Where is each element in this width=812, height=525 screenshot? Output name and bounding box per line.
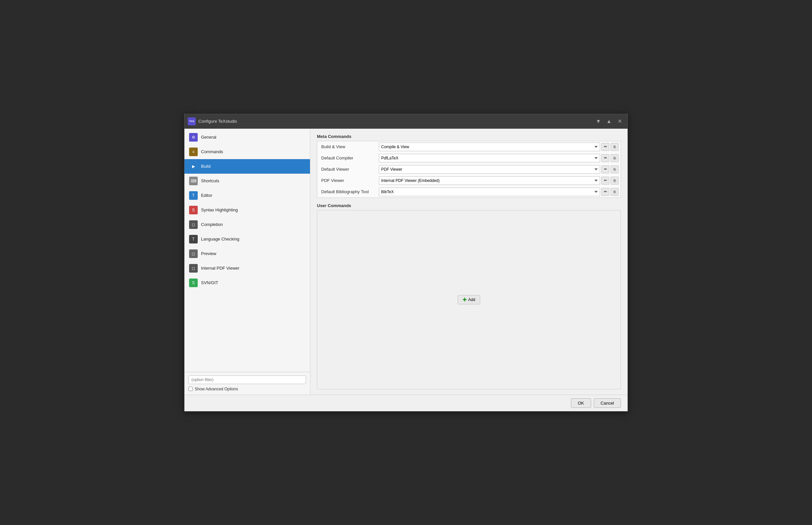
sidebar-icon-completion: ◻ xyxy=(189,220,198,229)
sidebar: ⚙ General ≡ Commands ▶ Build ⌨ Shortcuts… xyxy=(185,129,310,395)
sidebar-icon-preview: ◻ xyxy=(189,250,198,258)
field-control-default-viewer: PDF ViewerExternal Viewer✏⎘ xyxy=(377,164,621,175)
edit-btn-build-view[interactable]: ✏ xyxy=(601,143,609,151)
sidebar-item-language[interactable]: T Language Checking xyxy=(185,232,310,246)
titlebar: TXS Configure TeXstudio ▼ ▲ ✕ xyxy=(185,114,627,129)
show-advanced-checkbox[interactable] xyxy=(188,387,193,391)
dropdown-default-viewer[interactable]: PDF ViewerExternal Viewer xyxy=(379,165,600,174)
sidebar-icon-general: ⚙ xyxy=(189,133,198,141)
field-label-build-view: Build & View xyxy=(317,141,377,152)
sidebar-label-completion: Completion xyxy=(201,222,223,227)
sidebar-label-pdfviewer: Internal PDF Viewer xyxy=(201,266,240,271)
sidebar-item-syntax[interactable]: S Syntax Highlighting xyxy=(185,203,310,217)
show-advanced-label: Show Advanced Options xyxy=(188,387,306,391)
titlebar-controls: ▼ ▲ ✕ xyxy=(594,117,624,126)
field-control-build-view: Compile & ViewCompileView✏⎘ xyxy=(377,141,621,152)
minimize-button[interactable]: ▼ xyxy=(594,117,603,126)
dialog-title: Configure TeXstudio xyxy=(198,119,237,124)
field-label-default-compiler: Default Compiler xyxy=(317,152,377,164)
sidebar-label-preview: Preview xyxy=(201,251,216,256)
edit-btn-bibliography-tool[interactable]: ✏ xyxy=(601,188,609,196)
user-commands-title: User Commands xyxy=(317,203,621,208)
copy-btn-bibliography-tool[interactable]: ⎘ xyxy=(611,188,619,196)
sidebar-icon-pdfviewer: ◻ xyxy=(189,264,198,273)
sidebar-footer: Show Advanced Options xyxy=(185,372,310,395)
user-commands-box: ✚ Add xyxy=(317,210,621,389)
field-label-pdf-viewer: PDF Viewer xyxy=(317,175,377,186)
sidebar-label-shortcuts: Shortcuts xyxy=(201,178,219,183)
copy-btn-build-view[interactable]: ⎘ xyxy=(611,143,619,151)
sidebar-icon-editor: T xyxy=(189,191,198,200)
sidebar-label-svngit: SVN/GIT xyxy=(201,280,218,285)
configure-dialog: TXS Configure TeXstudio ▼ ▲ ✕ ⚙ General … xyxy=(184,114,628,411)
sidebar-icon-build: ▶ xyxy=(189,162,198,171)
user-commands-section: User Commands ✚ Add xyxy=(317,203,621,389)
copy-btn-default-compiler[interactable]: ⎘ xyxy=(611,154,619,162)
copy-btn-default-viewer[interactable]: ⎘ xyxy=(611,165,619,173)
close-button[interactable]: ✕ xyxy=(615,117,624,126)
sidebar-item-editor[interactable]: T Editor xyxy=(185,188,310,203)
sidebar-label-build: Build xyxy=(201,164,211,169)
edit-btn-default-viewer[interactable]: ✏ xyxy=(601,165,609,173)
field-label-default-viewer: Default Viewer xyxy=(317,164,377,175)
sidebar-item-build[interactable]: ▶ Build xyxy=(185,159,310,174)
sidebar-item-general[interactable]: ⚙ General xyxy=(185,130,310,145)
dialog-footer: OK Cancel xyxy=(185,395,627,411)
copy-btn-pdf-viewer[interactable]: ⎘ xyxy=(611,177,619,184)
dropdown-build-view[interactable]: Compile & ViewCompileView xyxy=(379,142,600,151)
sidebar-label-editor: Editor xyxy=(201,193,212,198)
titlebar-left: TXS Configure TeXstudio xyxy=(188,117,237,125)
app-icon: TXS xyxy=(188,117,196,125)
option-filter-input[interactable] xyxy=(188,375,306,384)
meta-commands-grid: Build & ViewCompile & ViewCompileView✏⎘D… xyxy=(317,141,621,197)
dropdown-pdf-viewer[interactable]: Internal PDF Viewer (Embedded)External P… xyxy=(379,176,600,185)
sidebar-list: ⚙ General ≡ Commands ▶ Build ⌨ Shortcuts… xyxy=(185,129,310,372)
meta-commands-box: Build & ViewCompile & ViewCompileView✏⎘D… xyxy=(317,141,621,198)
sidebar-icon-shortcuts: ⌨ xyxy=(189,177,198,185)
dropdown-default-compiler[interactable]: PdfLaTeXLaTeXXeLaTeXLuaLaTeX xyxy=(379,154,600,162)
sidebar-icon-svngit: S xyxy=(189,279,198,287)
field-control-bibliography-tool: BibTeXBiber✏⎘ xyxy=(377,186,621,197)
main-content: Meta Commands Build & ViewCompile & View… xyxy=(310,129,627,395)
ok-button[interactable]: OK xyxy=(571,398,591,408)
meta-commands-section: Meta Commands Build & ViewCompile & View… xyxy=(317,134,621,198)
edit-btn-pdf-viewer[interactable]: ✏ xyxy=(601,177,609,184)
field-control-default-compiler: PdfLaTeXLaTeXXeLaTeXLuaLaTeX✏⎘ xyxy=(377,152,621,164)
sidebar-item-commands[interactable]: ≡ Commands xyxy=(185,145,310,159)
sidebar-item-preview[interactable]: ◻ Preview xyxy=(185,246,310,261)
add-button-label: Add xyxy=(468,297,475,302)
sidebar-icon-language: T xyxy=(189,235,198,243)
dialog-body: ⚙ General ≡ Commands ▶ Build ⌨ Shortcuts… xyxy=(185,129,627,395)
edit-btn-default-compiler[interactable]: ✏ xyxy=(601,154,609,162)
dropdown-bibliography-tool[interactable]: BibTeXBiber xyxy=(379,188,600,196)
sidebar-icon-syntax: S xyxy=(189,206,198,214)
sidebar-label-language: Language Checking xyxy=(201,237,240,241)
add-icon: ✚ xyxy=(463,297,467,302)
sidebar-item-svngit[interactable]: S SVN/GIT xyxy=(185,275,310,290)
sidebar-icon-commands: ≡ xyxy=(189,148,198,156)
restore-button[interactable]: ▲ xyxy=(604,117,614,126)
sidebar-item-shortcuts[interactable]: ⌨ Shortcuts xyxy=(185,174,310,188)
sidebar-label-general: General xyxy=(201,135,216,140)
sidebar-item-completion[interactable]: ◻ Completion xyxy=(185,217,310,232)
sidebar-label-commands: Commands xyxy=(201,149,223,154)
sidebar-item-pdfviewer[interactable]: ◻ Internal PDF Viewer xyxy=(185,261,310,275)
field-label-bibliography-tool: Default Bibliography Tool xyxy=(317,186,377,197)
add-button[interactable]: ✚ Add xyxy=(458,295,480,304)
field-control-pdf-viewer: Internal PDF Viewer (Embedded)External P… xyxy=(377,175,621,186)
meta-commands-title: Meta Commands xyxy=(317,134,621,139)
cancel-button[interactable]: Cancel xyxy=(594,398,621,408)
sidebar-label-syntax: Syntax Highlighting xyxy=(201,207,238,212)
